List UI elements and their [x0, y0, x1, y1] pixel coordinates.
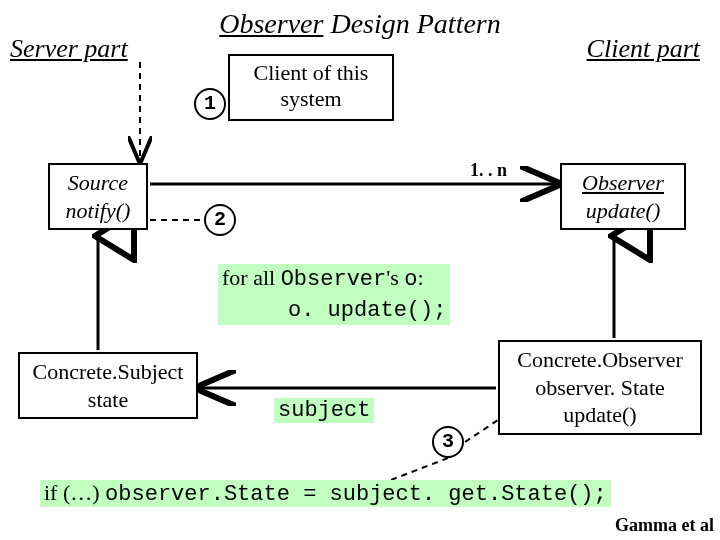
title-suffix: Design Pattern [323, 8, 500, 39]
observer-method: update() [562, 197, 684, 225]
observer-name: Observer [562, 169, 684, 197]
title-observer: Observer [219, 8, 323, 39]
client-of-this-line1: Client of this [230, 60, 392, 86]
concrete-observer-name: Concrete.Observer [500, 346, 700, 374]
multiplicity-label: 1. . n [470, 160, 507, 181]
notify-pseudocode: for all Observer's o: o. update(); [218, 264, 450, 325]
source-method: notify() [50, 197, 146, 225]
observer-class-box: Observer update() [560, 163, 686, 230]
server-part-label: Server part [10, 34, 128, 64]
concrete-subject-name: Concrete.Subject [20, 358, 196, 386]
step-1-marker: 1 [194, 88, 226, 120]
concrete-observer-method: update() [500, 401, 700, 429]
step-3-marker: 3 [432, 426, 464, 458]
concrete-observer-field: observer. State [500, 374, 700, 402]
source-class-box: Source notify() [48, 163, 148, 230]
concrete-subject-field: state [20, 386, 196, 414]
client-part-label: Client part [587, 34, 700, 64]
step-2-marker: 2 [204, 204, 236, 236]
concrete-observer-box: Concrete.Observer observer. State update… [498, 340, 702, 435]
concrete-subject-box: Concrete.Subject state [18, 352, 198, 419]
update-pseudocode: if (…) observer.State = subject. get.Sta… [40, 480, 611, 507]
client-of-this-box: Client of this system [228, 54, 394, 121]
source-name: Source [50, 169, 146, 197]
subject-role-label: subject [274, 398, 374, 423]
client-of-this-line2: system [230, 86, 392, 112]
credit-label: Gamma et al [615, 515, 714, 536]
